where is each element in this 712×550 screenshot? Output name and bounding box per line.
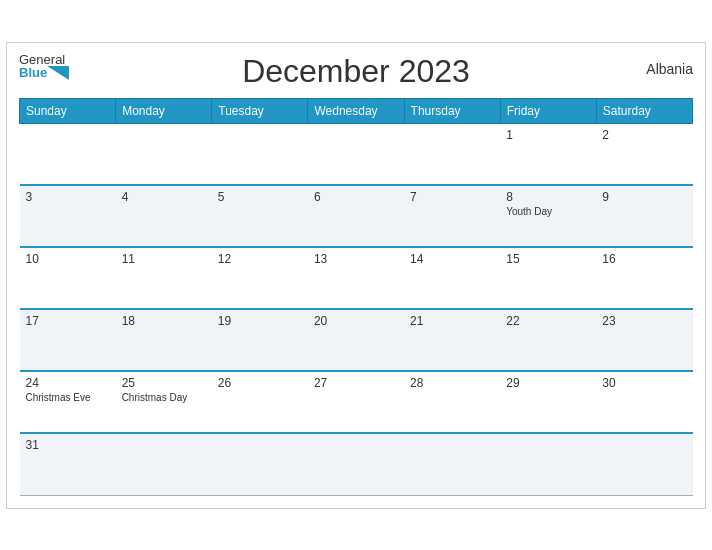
logo-general-text: General — [19, 53, 65, 66]
calendar-cell: 28 — [404, 371, 500, 433]
holiday-label: Christmas Day — [122, 392, 206, 403]
calendar-cell: 24Christmas Eve — [20, 371, 116, 433]
day-number: 22 — [506, 314, 590, 328]
calendar-cell: 5 — [212, 185, 308, 247]
calendar-table: SundayMondayTuesdayWednesdayThursdayFrid… — [19, 98, 693, 496]
calendar-header: General Blue December 2023 Albania — [19, 53, 693, 90]
calendar-cell — [116, 433, 212, 495]
svg-marker-0 — [47, 66, 69, 80]
day-number: 25 — [122, 376, 206, 390]
calendar: General Blue December 2023 Albania Sunda… — [6, 42, 706, 509]
day-number: 12 — [218, 252, 302, 266]
calendar-cell — [20, 123, 116, 185]
weekday-friday: Friday — [500, 98, 596, 123]
day-number: 9 — [602, 190, 686, 204]
calendar-cell: 1 — [500, 123, 596, 185]
logo-flag-icon — [47, 66, 69, 80]
calendar-cell: 16 — [596, 247, 692, 309]
day-number: 19 — [218, 314, 302, 328]
calendar-cell: 22 — [500, 309, 596, 371]
day-number: 5 — [218, 190, 302, 204]
weekday-saturday: Saturday — [596, 98, 692, 123]
day-number: 18 — [122, 314, 206, 328]
day-number: 28 — [410, 376, 494, 390]
weekday-monday: Monday — [116, 98, 212, 123]
calendar-cell — [596, 433, 692, 495]
calendar-cell: 14 — [404, 247, 500, 309]
calendar-cell: 11 — [116, 247, 212, 309]
day-number: 4 — [122, 190, 206, 204]
calendar-week-row: 24Christmas Eve25Christmas Day2627282930 — [20, 371, 693, 433]
day-number: 20 — [314, 314, 398, 328]
calendar-week-row: 12 — [20, 123, 693, 185]
weekday-wednesday: Wednesday — [308, 98, 404, 123]
weekday-tuesday: Tuesday — [212, 98, 308, 123]
day-number: 2 — [602, 128, 686, 142]
day-number: 3 — [26, 190, 110, 204]
day-number: 6 — [314, 190, 398, 204]
calendar-cell: 23 — [596, 309, 692, 371]
calendar-cell: 10 — [20, 247, 116, 309]
day-number: 7 — [410, 190, 494, 204]
calendar-week-row: 17181920212223 — [20, 309, 693, 371]
calendar-cell: 9 — [596, 185, 692, 247]
weekday-thursday: Thursday — [404, 98, 500, 123]
calendar-cell: 31 — [20, 433, 116, 495]
calendar-cell: 7 — [404, 185, 500, 247]
calendar-cell: 20 — [308, 309, 404, 371]
holiday-label: Christmas Eve — [26, 392, 110, 403]
day-number: 8 — [506, 190, 590, 204]
calendar-cell — [212, 123, 308, 185]
day-number: 26 — [218, 376, 302, 390]
day-number: 31 — [26, 438, 110, 452]
calendar-cell: 27 — [308, 371, 404, 433]
month-title: December 2023 — [242, 53, 470, 90]
day-number: 24 — [26, 376, 110, 390]
calendar-cell — [404, 123, 500, 185]
calendar-cell — [308, 433, 404, 495]
calendar-cell — [404, 433, 500, 495]
calendar-cell: 29 — [500, 371, 596, 433]
calendar-cell: 13 — [308, 247, 404, 309]
day-number: 14 — [410, 252, 494, 266]
calendar-cell — [116, 123, 212, 185]
day-number: 17 — [26, 314, 110, 328]
day-number: 16 — [602, 252, 686, 266]
calendar-cell: 12 — [212, 247, 308, 309]
calendar-cell — [308, 123, 404, 185]
day-number: 10 — [26, 252, 110, 266]
day-number: 23 — [602, 314, 686, 328]
calendar-cell: 30 — [596, 371, 692, 433]
calendar-cell: 18 — [116, 309, 212, 371]
day-number: 30 — [602, 376, 686, 390]
calendar-cell: 6 — [308, 185, 404, 247]
calendar-cell: 21 — [404, 309, 500, 371]
day-number: 29 — [506, 376, 590, 390]
day-number: 13 — [314, 252, 398, 266]
holiday-label: Youth Day — [506, 206, 590, 217]
calendar-cell: 17 — [20, 309, 116, 371]
calendar-cell — [212, 433, 308, 495]
calendar-week-row: 345678Youth Day9 — [20, 185, 693, 247]
day-number: 27 — [314, 376, 398, 390]
calendar-cell: 4 — [116, 185, 212, 247]
calendar-cell: 19 — [212, 309, 308, 371]
day-number: 1 — [506, 128, 590, 142]
logo: General Blue — [19, 53, 69, 80]
calendar-cell: 25Christmas Day — [116, 371, 212, 433]
calendar-cell: 2 — [596, 123, 692, 185]
calendar-week-row: 10111213141516 — [20, 247, 693, 309]
weekday-sunday: Sunday — [20, 98, 116, 123]
day-number: 11 — [122, 252, 206, 266]
day-number: 21 — [410, 314, 494, 328]
weekday-header-row: SundayMondayTuesdayWednesdayThursdayFrid… — [20, 98, 693, 123]
logo-blue-text: Blue — [19, 66, 47, 79]
calendar-week-row: 31 — [20, 433, 693, 495]
calendar-cell — [500, 433, 596, 495]
calendar-cell: 3 — [20, 185, 116, 247]
country-label: Albania — [646, 61, 693, 77]
calendar-cell: 26 — [212, 371, 308, 433]
day-number: 15 — [506, 252, 590, 266]
calendar-cell: 15 — [500, 247, 596, 309]
calendar-cell: 8Youth Day — [500, 185, 596, 247]
